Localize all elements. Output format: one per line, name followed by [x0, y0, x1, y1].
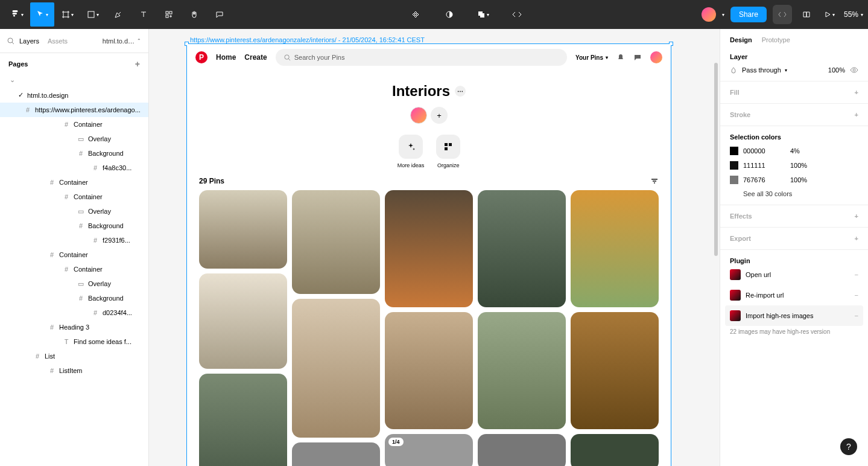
pin-count: 29 Pins: [199, 177, 224, 185]
layer-row[interactable]: ▭Overlay: [0, 132, 148, 146]
hand-icon: [190, 10, 198, 19]
layer-row[interactable]: #Container: [0, 117, 148, 132]
layer-row[interactable]: #Heading 3: [0, 320, 148, 334]
frame-icon: #: [24, 106, 31, 113]
figma-logo-icon: [10, 10, 20, 19]
search-icon[interactable]: [7, 37, 14, 45]
layer-row[interactable]: #Container: [0, 175, 148, 190]
see-all-colors-link[interactable]: See all 30 colors: [743, 190, 792, 197]
svg-point-8: [285, 54, 289, 59]
mask-button[interactable]: [437, 2, 461, 27]
pin-image: [292, 442, 380, 466]
layer-row[interactable]: #f4a8c30...: [0, 161, 148, 175]
message-icon: [633, 53, 642, 62]
shape-tool[interactable]: ▾: [81, 2, 105, 27]
your-pins-dropdown: Your Pins ▾: [575, 54, 608, 61]
library-button[interactable]: [798, 2, 815, 27]
plugin-reimport-url[interactable]: Re-import url−: [730, 285, 858, 305]
rect-icon: ▭: [77, 280, 84, 287]
assets-tab[interactable]: Assets: [48, 37, 68, 45]
diamond-icon: [411, 10, 420, 19]
canvas[interactable]: https://www.pinterest.es/ardenagonzalez/…: [149, 29, 720, 466]
eye-icon[interactable]: [850, 67, 858, 73]
layer-row[interactable]: #f2931f6...: [0, 233, 148, 247]
zoom-control[interactable]: 55%▾: [844, 10, 863, 19]
layer-row[interactable]: #Container: [0, 190, 148, 204]
layer-row[interactable]: #Background: [0, 219, 148, 233]
prototype-tab[interactable]: Prototype: [762, 36, 790, 43]
design-tab[interactable]: Design: [730, 36, 752, 43]
pin-grid: 1/4: [187, 190, 671, 466]
pin-image: [478, 312, 566, 429]
color-row[interactable]: 111111100%: [730, 161, 858, 170]
play-icon: [824, 11, 831, 18]
layer-row[interactable]: #Background: [0, 146, 148, 161]
pin-image: [571, 434, 659, 466]
color-row[interactable]: 0000004%: [730, 147, 858, 155]
page-dropdown[interactable]: html.to.d… ⌃: [103, 37, 141, 45]
add-fill-button[interactable]: +: [855, 89, 858, 96]
layer-row[interactable]: #List: [0, 349, 148, 363]
dev-toggle-button[interactable]: [773, 5, 792, 24]
layer-row[interactable]: ▭Overlay: [0, 204, 148, 219]
layer-row[interactable]: TFind some ideas f...: [0, 334, 148, 349]
share-button[interactable]: Share: [730, 7, 767, 22]
layer-row[interactable]: #Background: [0, 291, 148, 305]
frame-icon: #: [34, 353, 41, 360]
layer-row[interactable]: ▭Overlay: [0, 276, 148, 291]
hand-tool[interactable]: [182, 2, 206, 27]
plugin-open-url[interactable]: Open url−: [730, 264, 858, 285]
code-icon: [512, 11, 522, 18]
layer-row[interactable]: #d0234f4...: [0, 305, 148, 320]
scrollbar-thumb[interactable]: [714, 63, 718, 256]
layer-row[interactable]: #Container: [0, 262, 148, 276]
pin-image: 1/4: [385, 434, 473, 466]
add-export-button[interactable]: +: [855, 235, 858, 242]
rect-icon: ▭: [77, 208, 84, 215]
text-tool[interactable]: [131, 2, 156, 27]
frame-icon: #: [92, 309, 99, 316]
sparkle-icon: [406, 142, 416, 152]
resources-icon: [165, 10, 173, 19]
add-stroke-button[interactable]: +: [855, 111, 858, 118]
boolean-button[interactable]: ▾: [471, 2, 495, 27]
frame-label[interactable]: https://www.pinterest.es/ardenagonzalez/…: [190, 36, 425, 43]
layer-row[interactable]: #Container: [0, 247, 148, 262]
cursor-icon: [36, 10, 45, 19]
svg-rect-3: [166, 15, 168, 18]
author-avatar: [410, 107, 427, 124]
frame-tool[interactable]: ▾: [55, 2, 80, 27]
comment-tool[interactable]: [207, 2, 232, 27]
color-row[interactable]: 767676100%: [730, 176, 858, 184]
svg-rect-2: [169, 11, 172, 14]
opacity-value[interactable]: 100%: [828, 66, 845, 74]
layers-tab[interactable]: Layers: [19, 37, 39, 45]
pin-image: [478, 434, 566, 466]
add-effect-button[interactable]: +: [855, 212, 858, 220]
blend-mode-dropdown[interactable]: Pass through ▾: [742, 66, 787, 74]
book-icon: [802, 10, 811, 19]
present-button[interactable]: ▾: [821, 2, 838, 27]
text-icon: [139, 10, 148, 19]
plugin-note: 22 images may have high-res version: [730, 328, 858, 335]
move-tool[interactable]: ▾: [30, 2, 54, 27]
component-icon-button[interactable]: [404, 2, 428, 27]
plugin-import-highres[interactable]: Import high-res images−: [725, 305, 863, 326]
resources-tool[interactable]: [157, 2, 181, 27]
frame-icon: #: [77, 150, 84, 157]
user-avatar[interactable]: [702, 7, 716, 22]
page-item[interactable]: ⌄: [0, 72, 148, 88]
svg-point-12: [853, 69, 855, 71]
pin-image: [385, 312, 473, 429]
layer-row[interactable]: #ListItem: [0, 363, 148, 378]
svg-point-7: [8, 38, 13, 43]
layer-frame-selected[interactable]: # https://www.pinterest.es/ardenago...: [0, 103, 148, 117]
add-page-button[interactable]: +: [135, 59, 140, 69]
layer-tree[interactable]: #Container▭Overlay#Background#f4a8c30...…: [0, 117, 148, 466]
dev-mode-button[interactable]: [505, 2, 529, 27]
pen-tool[interactable]: [106, 2, 130, 27]
page-item[interactable]: ✓html.to.design: [0, 88, 148, 103]
help-button[interactable]: ?: [840, 438, 857, 455]
main-menu-button[interactable]: ▾: [5, 2, 29, 27]
plugin-section-title: Plugin: [730, 257, 858, 264]
